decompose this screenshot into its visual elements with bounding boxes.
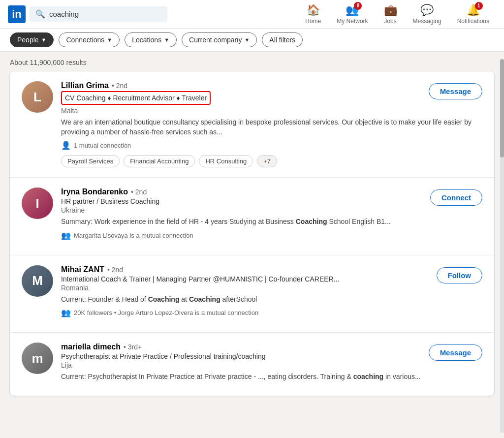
person-info-iryna: Iryna Bondarenko • 2nd HR partner / Busi…: [61, 188, 482, 245]
name-line-lillian: Lillian Grima • 2nd: [61, 81, 482, 90]
filter-connections-label: Connections: [66, 36, 104, 44]
avatar-mariella[interactable]: m: [22, 343, 53, 374]
scrollbar-thumb[interactable]: [500, 59, 504, 157]
person-card-iryna: I Iryna Bondarenko • 2nd HR partner / Bu…: [10, 178, 494, 255]
person-summary-mariella: Current: Psychotherapist In Private Prac…: [61, 372, 482, 382]
filter-current-company[interactable]: Current company ▼: [182, 32, 257, 47]
nav-home[interactable]: 🏠 Home: [298, 1, 328, 28]
main-nav: 🏠 Home 👥 8 My Network 💼 Jobs 💬 Messaging…: [298, 1, 496, 28]
person-degree-iryna: • 2nd: [131, 188, 147, 196]
chevron-down-icon: ▼: [244, 37, 250, 43]
avatar-lillian[interactable]: L: [22, 81, 53, 113]
nav-notifications-label: Notifications: [457, 18, 489, 25]
person-name-mihai[interactable]: Mihai ZANT: [61, 265, 104, 274]
person-info-mihai: Mihai ZANT • 2nd International Coach & T…: [61, 265, 482, 323]
card-action-iryna: Connect: [430, 189, 482, 206]
card-action-lillian: Message: [429, 83, 482, 99]
person-tagline-lillian: CV Coaching ♦ Recruitment Advisor ♦ Trav…: [65, 94, 207, 102]
mutual-icon-iryna: 👥: [61, 231, 71, 240]
person-location-mihai: Romania: [61, 284, 482, 292]
person-card-lillian: L Lillian Grima • 2nd CV Coaching ♦ Recr…: [10, 71, 494, 178]
filter-locations-label: Locations: [132, 36, 161, 44]
card-action-mihai: Follow: [437, 267, 483, 283]
messaging-icon: 💬: [420, 4, 434, 17]
chevron-down-icon: ▼: [107, 37, 112, 43]
notifications-badge: 1: [475, 2, 483, 10]
mynetwork-badge: 8: [354, 2, 362, 10]
name-line-mariella: mariella dimech • 3rd+: [61, 343, 482, 351]
nav-messaging-label: Messaging: [413, 18, 441, 25]
search-icon: 🔍: [35, 9, 45, 19]
person-current-mihai: Current: Founder & Head of Coaching at C…: [61, 295, 482, 305]
person-name-mariella[interactable]: mariella dimech: [61, 343, 121, 351]
results-count: About 11,900,000 results: [0, 52, 504, 71]
person-location-lillian: Malta: [61, 107, 482, 115]
nav-mynetwork-label: My Network: [337, 18, 368, 25]
filter-locations[interactable]: Locations ▼: [125, 32, 177, 47]
avatar-iryna[interactable]: I: [22, 188, 53, 219]
mutual-text-lillian: 1 mutual connection: [74, 142, 131, 149]
nav-notifications[interactable]: 🔔 1 Notifications: [450, 1, 496, 28]
person-info-lillian: Lillian Grima • 2nd CV Coaching ♦ Recrui…: [61, 81, 482, 167]
mutual-connection-mihai: 👥 20K followers • Jorge Arturo Lopez-Olv…: [61, 308, 482, 317]
name-line-iryna: Iryna Bondarenko • 2nd: [61, 188, 482, 196]
person-summary-iryna: Summary: Work experience in the field of…: [61, 217, 482, 227]
mutual-connection-iryna: 👥 Margarita Lisovaya is a mutual connect…: [61, 231, 482, 240]
nav-jobs[interactable]: 💼 Jobs: [377, 1, 404, 28]
mutual-icon-mihai: 👥: [61, 308, 71, 317]
message-button-lillian[interactable]: Message: [429, 83, 482, 99]
person-summary-lillian: We are an international boutique consult…: [61, 118, 482, 137]
filter-all-filters-label: All filters: [269, 36, 295, 44]
person-card-mihai: M Mihai ZANT • 2nd International Coach &…: [10, 255, 494, 333]
jobs-icon: 💼: [384, 4, 397, 17]
person-card-mariella: m mariella dimech • 3rd+ Psychotherapist…: [10, 333, 494, 396]
results-container: L Lillian Grima • 2nd CV Coaching ♦ Recr…: [10, 71, 494, 396]
mutual-connection-lillian: 👤 1 mutual connection: [61, 141, 482, 150]
search-input[interactable]: [49, 10, 161, 18]
search-bar: 🔍: [30, 6, 167, 22]
notifications-icon: 🔔 1: [467, 4, 480, 17]
mynetwork-icon: 👥 8: [346, 4, 359, 17]
filter-current-company-label: Current company: [189, 36, 242, 44]
nav-mynetwork[interactable]: 👥 8 My Network: [330, 1, 375, 28]
scrollbar[interactable]: [500, 59, 504, 433]
skill-financial[interactable]: Financial Accounting: [124, 155, 195, 167]
person-title-mihai: International Coach & Trainer | Managing…: [61, 275, 482, 283]
nav-home-label: Home: [305, 18, 321, 25]
person-name-iryna[interactable]: Iryna Bondarenko: [61, 188, 128, 196]
filter-connections[interactable]: Connections ▼: [59, 32, 120, 47]
filter-people-label: People: [17, 36, 39, 44]
mutual-text-iryna: Margarita Lisovaya is a mutual connectio…: [74, 232, 193, 239]
skill-hr[interactable]: HR Consulting: [199, 155, 253, 167]
person-degree-mihai: • 2nd: [107, 266, 123, 274]
person-name-lillian[interactable]: Lillian Grima: [61, 81, 109, 90]
chevron-down-icon: ▼: [41, 37, 47, 43]
avatar-mihai[interactable]: M: [22, 265, 53, 297]
person-title-mariella: Psychotherapist at Private Practice / Pr…: [61, 352, 482, 360]
person-degree-lillian: • 2nd: [112, 82, 127, 90]
skill-tags-lillian: Payroll Services Financial Accounting HR…: [61, 155, 482, 167]
filter-all-filters[interactable]: All filters: [262, 32, 303, 47]
skill-more[interactable]: +7: [257, 155, 277, 167]
connect-button-iryna[interactable]: Connect: [430, 189, 482, 206]
nav-jobs-label: Jobs: [384, 18, 396, 25]
follow-button-mihai[interactable]: Follow: [437, 267, 483, 283]
mutual-icon: 👤: [61, 141, 71, 150]
chevron-down-icon: ▼: [164, 37, 169, 43]
mutual-text-mihai: 20K followers • Jorge Arturo Lopez-Olver…: [74, 309, 258, 316]
person-info-mariella: mariella dimech • 3rd+ Psychotherapist a…: [61, 343, 482, 386]
skill-payroll[interactable]: Payroll Services: [61, 155, 120, 167]
tagline-highlight-box: CV Coaching ♦ Recruitment Advisor ♦ Trav…: [61, 91, 211, 105]
header: in 🔍 🏠 Home 👥 8 My Network 💼 Jobs 💬 Mess…: [0, 0, 504, 29]
person-title-iryna: HR partner / Business Coaching: [61, 197, 482, 205]
linkedin-logo[interactable]: in: [8, 5, 26, 23]
filter-people[interactable]: People ▼: [10, 32, 54, 47]
card-action-mariella: Message: [429, 344, 482, 361]
person-location-mariella: Lija: [61, 361, 482, 369]
nav-messaging[interactable]: 💬 Messaging: [406, 1, 448, 28]
message-button-mariella[interactable]: Message: [429, 344, 482, 361]
person-degree-mariella: • 3rd+: [124, 343, 142, 351]
home-icon: 🏠: [307, 4, 320, 17]
person-location-iryna: Ukraine: [61, 206, 482, 214]
name-line-mihai: Mihai ZANT • 2nd: [61, 265, 482, 274]
